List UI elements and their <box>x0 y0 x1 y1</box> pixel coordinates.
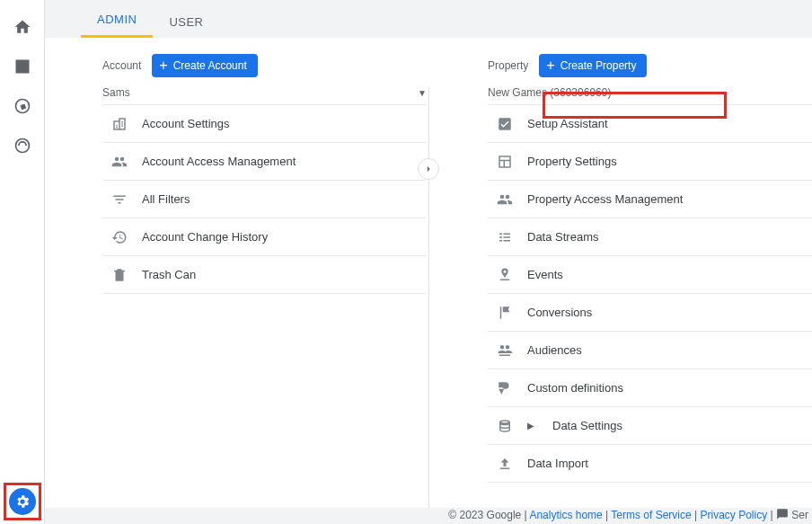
all-filters-item[interactable]: All Filters <box>102 181 427 218</box>
property-settings-item[interactable]: Property Settings <box>488 143 812 181</box>
audiences-item[interactable]: Audiences <box>488 332 812 369</box>
plus-icon: + <box>546 58 554 73</box>
create-account-button[interactable]: + Create Account <box>152 54 257 77</box>
settings-highlight <box>4 483 41 520</box>
menu-item-label: All Filters <box>142 192 190 206</box>
menu-item-label: Custom definitions <box>527 381 623 395</box>
history-icon <box>110 229 129 245</box>
admin-panel: Account + Create Account Sams ▼ Account … <box>45 38 812 508</box>
menu-item-label: Trash Can <box>142 268 196 281</box>
tos-link[interactable]: Terms of Service <box>611 509 691 521</box>
tab-bar: ADMIN USER <box>45 0 812 38</box>
database-icon <box>495 418 515 434</box>
events-item[interactable]: Events <box>488 256 812 294</box>
feedback-icon[interactable] <box>776 508 789 523</box>
left-rail <box>0 0 45 524</box>
account-access-item[interactable]: Account Access Management <box>102 143 427 181</box>
reports-icon[interactable] <box>12 56 33 77</box>
plus-icon: + <box>159 58 167 73</box>
property-access-item[interactable]: Property Access Management <box>488 181 812 218</box>
property-selector[interactable]: New Games (369396969) <box>488 86 812 99</box>
explore-icon[interactable] <box>12 95 33 117</box>
menu-item-label: Account Settings <box>142 117 230 130</box>
property-menu: Setup Assistant Property Settings Proper… <box>488 104 812 483</box>
settings-button[interactable] <box>9 488 36 515</box>
audiences-icon <box>495 342 515 359</box>
menu-item-label: Events <box>527 268 563 281</box>
filter-icon <box>110 191 129 208</box>
analytics-home-link[interactable]: Analytics home <box>529 509 602 521</box>
footer: © 2023 Google | Analytics home | Terms o… <box>45 508 812 524</box>
data-settings-item[interactable]: ▶ Data Settings <box>488 407 812 445</box>
account-label: Account <box>102 59 141 72</box>
checklist-icon <box>495 116 515 132</box>
menu-item-label: Data Streams <box>527 230 598 244</box>
trash-icon <box>110 267 129 283</box>
send-feedback-cut: Ser <box>791 509 808 521</box>
create-account-label: Create Account <box>173 59 247 72</box>
caret-right-icon: ▶ <box>527 421 534 431</box>
gear-icon <box>14 493 31 510</box>
data-import-item[interactable]: Data Import <box>488 445 812 483</box>
main-area: ADMIN USER Account + Create Account Sams… <box>45 0 812 524</box>
tab-user[interactable]: USER <box>153 15 219 38</box>
home-icon[interactable] <box>12 16 33 38</box>
menu-item-label: Setup Assistant <box>527 117 608 130</box>
menu-item-label: Property Access Management <box>527 192 683 206</box>
menu-item-label: Property Settings <box>527 155 617 168</box>
streams-icon <box>495 229 515 245</box>
account-selected: Sams <box>102 86 418 99</box>
property-column: Property + Create Property New Games (36… <box>457 38 812 508</box>
events-icon <box>495 267 515 283</box>
menu-item-label: Account Access Management <box>142 155 296 168</box>
building-icon <box>110 116 129 132</box>
menu-item-label: Audiences <box>527 343 582 357</box>
conversions-item[interactable]: Conversions <box>488 294 812 332</box>
account-menu: Account Settings Account Access Manageme… <box>102 104 427 294</box>
data-streams-item[interactable]: Data Streams <box>488 218 812 256</box>
create-property-button[interactable]: + Create Property <box>539 54 647 77</box>
copyright: © 2023 Google | <box>448 509 526 521</box>
account-settings-item[interactable]: Account Settings <box>102 105 427 143</box>
custom-definitions-item[interactable]: Custom definitions <box>488 369 812 407</box>
people-icon <box>110 154 129 170</box>
flag-icon <box>495 305 515 321</box>
privacy-link[interactable]: Privacy Policy <box>700 509 767 521</box>
shapes-icon <box>495 380 515 396</box>
account-selector[interactable]: Sams ▼ <box>102 86 427 99</box>
change-history-item[interactable]: Account Change History <box>102 218 427 256</box>
account-column: Account + Create Account Sams ▼ Account … <box>45 38 457 508</box>
tab-admin[interactable]: ADMIN <box>81 13 153 38</box>
create-property-label: Create Property <box>560 59 637 72</box>
layout-icon <box>495 154 515 170</box>
property-header: Property + Create Property <box>488 54 812 77</box>
property-label: Property <box>488 59 528 72</box>
advertising-icon[interactable] <box>12 135 33 156</box>
trash-can-item[interactable]: Trash Can <box>102 256 427 294</box>
setup-assistant-item[interactable]: Setup Assistant <box>488 105 812 143</box>
menu-item-label: Account Change History <box>142 230 268 244</box>
menu-item-label: Conversions <box>527 306 592 319</box>
account-header: Account + Create Account <box>102 54 427 77</box>
people-icon <box>495 191 515 208</box>
menu-item-label: Data Import <box>527 457 588 470</box>
chevron-down-icon: ▼ <box>418 88 427 98</box>
upload-icon <box>495 456 515 472</box>
menu-item-label: Data Settings <box>552 419 622 432</box>
property-selected: New Games (369396969) <box>488 86 812 99</box>
